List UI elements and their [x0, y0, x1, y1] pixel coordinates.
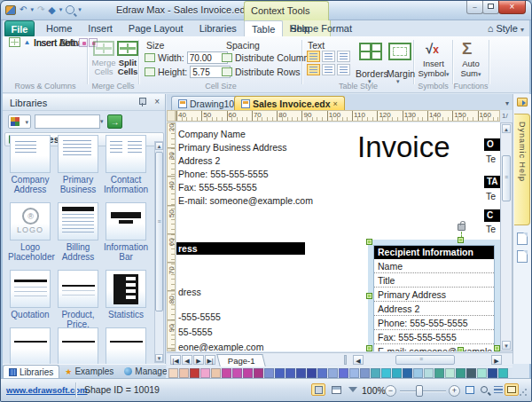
- recipient-table-row[interactable]: Fax: 555-555-5555: [374, 330, 494, 344]
- fit-page-button[interactable]: [463, 383, 477, 396]
- color-swatch[interactable]: [232, 368, 242, 378]
- shape-quotation[interactable]: Quotation: [8, 270, 52, 319]
- shape-thumbnail[interactable]: [106, 135, 146, 173]
- qat-options-icon[interactable]: ▾: [78, 4, 82, 16]
- drawing-canvas[interactable]: Company NamePrimary Business AddressAddr…: [176, 122, 500, 351]
- library-scrollbar[interactable]: ▲ ≡ ▼: [154, 141, 164, 363]
- shape-thumbnail[interactable]: [106, 327, 146, 364]
- color-swatch[interactable]: [445, 368, 455, 378]
- selection-handle[interactable]: [366, 293, 372, 299]
- filter-view-button[interactable]: [345, 383, 359, 396]
- color-swatch[interactable]: [211, 368, 221, 378]
- company-info-block[interactable]: Company NamePrimary Business AddressAddr…: [178, 128, 313, 208]
- help-folder-icon[interactable]: [517, 98, 528, 106]
- menu-tab[interactable]: Page Layout: [121, 20, 192, 36]
- shape-unnamed-3[interactable]: [104, 327, 148, 364]
- color-swatch[interactable]: [222, 368, 231, 378]
- vertical-scrollbar-thumb[interactable]: ≡: [502, 155, 511, 201]
- selection-handle[interactable]: [458, 347, 464, 351]
- color-swatch[interactable]: [392, 368, 402, 378]
- color-swatch[interactable]: [488, 368, 497, 378]
- recipient-table-row[interactable]: Name: [374, 259, 494, 273]
- shape-unnamed-2[interactable]: [56, 327, 100, 364]
- save-icon[interactable]: [5, 5, 16, 15]
- color-swatch[interactable]: [243, 368, 253, 378]
- panel-close-icon[interactable]: ×: [154, 97, 160, 106]
- margin-button[interactable]: Margin: [387, 68, 415, 79]
- undo-icon[interactable]: ↶: [20, 4, 27, 16]
- zoom-slider-thumb[interactable]: [416, 385, 423, 397]
- first-page-button[interactable]: |◀: [170, 355, 181, 365]
- zoom-out-button[interactable]: −: [385, 385, 396, 397]
- new-drawing-icon[interactable]: ◆: [48, 4, 55, 16]
- color-swatch[interactable]: [456, 368, 466, 378]
- undo-dropdown-icon[interactable]: ▾: [30, 4, 34, 16]
- doc-tab-sales-invoice[interactable]: Sales Invoice.edx ×: [234, 96, 345, 110]
- search-dropdown-icon[interactable]: ▾: [100, 118, 104, 125]
- close-button[interactable]: ×: [498, 1, 526, 14]
- color-swatch[interactable]: [477, 368, 487, 378]
- print-preview-icon[interactable]: [66, 5, 74, 14]
- horizontal-ruler[interactable]: 405060708090100110120130140150160170: [176, 110, 500, 122]
- zoom-in-button[interactable]: +: [449, 385, 460, 397]
- color-swatch[interactable]: [307, 368, 317, 378]
- recipient-table-row[interactable]: Phone: 555-555-5555: [374, 316, 494, 330]
- text-align-center-button[interactable]: [322, 51, 335, 62]
- vertical-ruler[interactable]: 2030405060708090100110120: [167, 122, 176, 351]
- previous-page-button[interactable]: ◀: [182, 355, 192, 365]
- insert-symbol-button[interactable]: Insert Symbol▾: [415, 59, 452, 79]
- shape-company-address[interactable]: Company Address: [8, 135, 52, 194]
- zoom-region-button[interactable]: [478, 383, 492, 396]
- page-view-button[interactable]: [329, 383, 343, 396]
- shape-thumbnail[interactable]: [58, 327, 98, 364]
- split-cells-button[interactable]: Split Cells: [113, 41, 142, 81]
- text-align-right-button[interactable]: [337, 51, 350, 62]
- insert-row-button[interactable]: ▲ Insert Left: [9, 36, 88, 48]
- shape-thumbnail[interactable]: [58, 135, 98, 173]
- distribute-columns-button[interactable]: Distribute Columns: [222, 51, 314, 64]
- recipient-table-row[interactable]: Address 2: [374, 302, 494, 316]
- library-select-button[interactable]: ▾: [8, 114, 31, 129]
- color-swatch[interactable]: [317, 368, 327, 378]
- horizontal-scrollbar-thumb[interactable]: [395, 355, 455, 365]
- restore-button[interactable]: [482, 1, 499, 14]
- recipient-table-row[interactable]: Primary Address: [374, 288, 494, 302]
- color-swatch[interactable]: [498, 368, 508, 378]
- recipient-table-row[interactable]: E-mail: someone@example.com: [374, 344, 494, 351]
- selection-handle[interactable]: [366, 345, 372, 351]
- recipient-table[interactable]: Recipient Information NameTitlePrimary A…: [373, 245, 495, 351]
- presentation-button[interactable]: [505, 383, 519, 396]
- minimize-button[interactable]: –: [466, 1, 483, 14]
- doc-tab-close-icon[interactable]: ×: [333, 99, 338, 108]
- color-swatch[interactable]: [339, 368, 348, 378]
- color-swatch[interactable]: [275, 368, 285, 378]
- normal-view-button[interactable]: [311, 383, 325, 396]
- context-tab[interactable]: Table: [244, 20, 283, 37]
- text-align-top-button[interactable]: [307, 64, 320, 75]
- shape-thumbnail[interactable]: ® LOGO: [10, 202, 51, 240]
- doc-tab-list-icon[interactable]: ▾: [505, 99, 509, 107]
- context-tab[interactable]: Shape Format: [283, 20, 359, 37]
- color-swatch[interactable]: [286, 368, 295, 378]
- distribute-rows-button[interactable]: Distribute Rows: [222, 66, 301, 78]
- scroll-up-icon[interactable]: ▲: [155, 142, 163, 150]
- color-swatch[interactable]: [360, 368, 370, 378]
- shape-primary-business[interactable]: Primary Business: [56, 135, 100, 194]
- color-swatch[interactable]: [264, 368, 274, 378]
- scroll-left-icon[interactable]: ◀: [353, 355, 364, 365]
- tab-examples[interactable]: ★ Examples: [59, 365, 119, 378]
- shape-unnamed-1[interactable]: [8, 327, 52, 364]
- help-doc-icon[interactable]: [517, 233, 528, 245]
- shape-thumbnail[interactable]: [10, 327, 51, 364]
- style-button[interactable]: ⌂ Style ▾: [488, 20, 524, 38]
- color-swatch[interactable]: [413, 368, 423, 378]
- library-scrollbar-thumb[interactable]: [155, 152, 163, 311]
- auto-sum-button[interactable]: Auto Sum▾: [454, 59, 488, 79]
- pages-button[interactable]: [491, 383, 505, 396]
- recipient-table-row[interactable]: Title: [374, 273, 494, 288]
- shape-thumbnail[interactable]: [10, 135, 51, 173]
- invoice-title[interactable]: Invoice: [357, 130, 450, 164]
- menu-tab[interactable]: Home: [38, 20, 80, 36]
- vertical-scrollbar[interactable]: ▲ ≡ ▼: [500, 122, 512, 351]
- page-tab[interactable]: Page-1: [216, 354, 265, 367]
